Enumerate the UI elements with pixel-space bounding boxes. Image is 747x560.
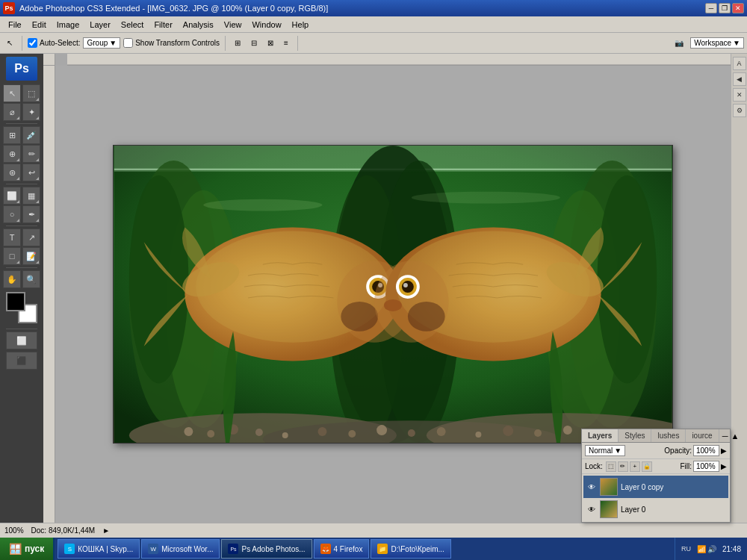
move-tool-button[interactable]: ↖	[3, 37, 16, 49]
menu-select[interactable]: Select	[116, 19, 149, 31]
show-transform-checkbox[interactable]: Show Transform Controls	[123, 38, 220, 48]
marquee-tool[interactable]: ⬚	[22, 84, 40, 102]
status-arrow-icon[interactable]: ►	[102, 526, 110, 535]
lock-position-icon[interactable]: +	[630, 461, 640, 472]
svg-point-40	[282, 432, 288, 438]
gradient-tool[interactable]: ▦	[22, 187, 40, 205]
zoom-tool[interactable]: 🔍	[22, 270, 40, 288]
svg-point-48	[534, 429, 542, 437]
layer-list: 👁 Layer 0 copy 👁 Layer 0	[582, 474, 730, 522]
eraser-tool[interactable]: ⬜	[3, 187, 21, 205]
screen-frame-button[interactable]: ⬛	[6, 352, 37, 370]
history-brush-tool[interactable]: ↩	[22, 164, 40, 181]
auto-select-dropdown[interactable]: Group ▼	[83, 37, 120, 49]
right-panel-btn-4[interactable]: ⚙	[733, 104, 746, 117]
screen-mode-button[interactable]: ⬜	[6, 332, 37, 349]
menu-window[interactable]: Window	[247, 19, 286, 31]
opacity-arrow-icon[interactable]: ▶	[721, 447, 727, 455]
distribute-button[interactable]: ≡	[280, 37, 292, 49]
right-panel-btn-3[interactable]: ✕	[733, 88, 746, 102]
taskbar-word[interactable]: W Microsoft Wor...	[141, 539, 220, 559]
pen-tool[interactable]: ✒	[22, 205, 40, 223]
taskbar-tray-icons: 📶 🔊	[697, 545, 716, 553]
start-label: пуск	[25, 544, 44, 554]
magic-wand-tool[interactable]: ✦	[22, 103, 40, 121]
restore-button[interactable]: ❐	[719, 3, 731, 13]
menu-image[interactable]: Image	[52, 19, 85, 31]
layer-item-0[interactable]: 👁 Layer 0	[583, 498, 728, 520]
dodge-tool[interactable]: ○	[3, 205, 21, 223]
menu-analysis[interactable]: Analysis	[178, 19, 219, 31]
layer-0-visibility-icon[interactable]: 👁	[586, 504, 597, 514]
taskbar-photoshop[interactable]: Ps Ps Adobe Photos...	[221, 539, 311, 559]
lock-image-icon[interactable]: ✏	[618, 461, 628, 472]
svg-point-29	[402, 281, 414, 293]
workspace-dropdown[interactable]: Workspace ▼	[690, 37, 744, 49]
right-panel-btn-1[interactable]: A	[733, 57, 746, 70]
layers-tab-layers[interactable]: Layers	[582, 429, 619, 442]
taskbar-lang[interactable]: RU	[681, 545, 691, 553]
menu-help[interactable]: Help	[287, 19, 314, 31]
menu-view[interactable]: View	[219, 19, 247, 31]
layers-blend-opacity: Normal ▼ Opacity: 100% ▶	[582, 443, 730, 459]
fish-scene-svg	[114, 146, 672, 443]
taskbar-folder[interactable]: 📁 D:\Foto\Крeim...	[371, 539, 450, 559]
menu-layer[interactable]: Layer	[84, 19, 116, 31]
layers-tab-source[interactable]: iource	[686, 429, 719, 442]
notes-tool[interactable]: 📝	[22, 247, 40, 265]
opacity-input[interactable]: 100%	[693, 445, 719, 456]
opacity-label: Opacity:	[664, 447, 692, 455]
tool-row-4: ⊕ ✏	[3, 145, 40, 163]
svg-point-45	[437, 427, 446, 436]
lock-transparent-icon[interactable]: ⬚	[606, 461, 616, 472]
taskbar-firefox[interactable]: 🦊 4 Firefox	[314, 539, 370, 559]
hand-tool[interactable]: ✋	[3, 270, 21, 288]
close-button[interactable]: ✕	[732, 3, 744, 13]
tool-separator-2	[6, 184, 37, 184]
clone-tool[interactable]: ⊛	[3, 164, 21, 181]
path-select-tool[interactable]: ↗	[22, 228, 40, 246]
align-right-button[interactable]: ⊠	[264, 37, 277, 49]
foreground-color-swatch[interactable]	[6, 292, 25, 311]
text-tool[interactable]: T	[3, 228, 21, 246]
menu-edit[interactable]: Edit	[27, 19, 52, 31]
align-center-button[interactable]: ⊟	[247, 37, 261, 49]
svg-point-43	[376, 425, 387, 435]
svg-point-36	[184, 427, 193, 436]
layers-maximize-icon[interactable]: ▲	[731, 432, 739, 441]
align-left-button[interactable]: ⊞	[231, 37, 244, 49]
auto-select-input[interactable]	[28, 38, 37, 48]
menu-file[interactable]: File	[3, 19, 27, 31]
toolbar: ↖ Auto-Select: Group ▼ Show Transform Co…	[0, 33, 747, 54]
layer-item-0-copy[interactable]: 👁 Layer 0 copy	[583, 476, 728, 498]
taskbar-skype[interactable]: S КОШКА | Skyp...	[58, 539, 140, 559]
lock-all-icon[interactable]: 🔒	[642, 461, 652, 472]
show-transform-input[interactable]	[123, 38, 133, 48]
minimize-button[interactable]: ─	[705, 3, 717, 13]
toolbar-separator-2	[225, 36, 226, 51]
fill-input[interactable]: 100%	[693, 461, 719, 472]
fill-arrow-icon[interactable]: ▶	[721, 462, 727, 470]
shape-tool[interactable]: □	[3, 247, 21, 265]
brush-tool[interactable]: ✏	[22, 145, 40, 163]
crop-tool[interactable]: ⊞	[3, 126, 21, 144]
svg-point-49	[563, 426, 572, 435]
eyedropper-tool[interactable]: 💉	[22, 126, 40, 144]
fill-control: Fill: 100% ▶	[680, 461, 727, 472]
right-panel-btn-2[interactable]: ◀	[733, 72, 746, 86]
workspace-camera-button[interactable]: 📷	[671, 37, 687, 49]
layers-tab-styles[interactable]: Styles	[619, 429, 651, 442]
lock-label: Lock:	[585, 462, 603, 470]
ruler-h-svg	[67, 54, 731, 65]
blend-mode-dropdown[interactable]: Normal ▼	[585, 445, 625, 456]
heal-tool[interactable]: ⊕	[3, 145, 21, 163]
ruler-corner	[43, 54, 55, 66]
layer-0-copy-visibility-icon[interactable]: 👁	[586, 482, 597, 492]
start-button[interactable]: 🪟 пуск	[0, 538, 55, 560]
lasso-tool[interactable]: ⌀	[3, 103, 21, 121]
layers-minimize-icon[interactable]: ─	[722, 432, 728, 441]
layers-tab-brushes[interactable]: lushes	[651, 429, 686, 442]
menu-filter[interactable]: Filter	[149, 19, 177, 31]
auto-select-checkbox[interactable]: Auto-Select:	[28, 38, 80, 48]
move-tool[interactable]: ↖	[3, 84, 21, 102]
